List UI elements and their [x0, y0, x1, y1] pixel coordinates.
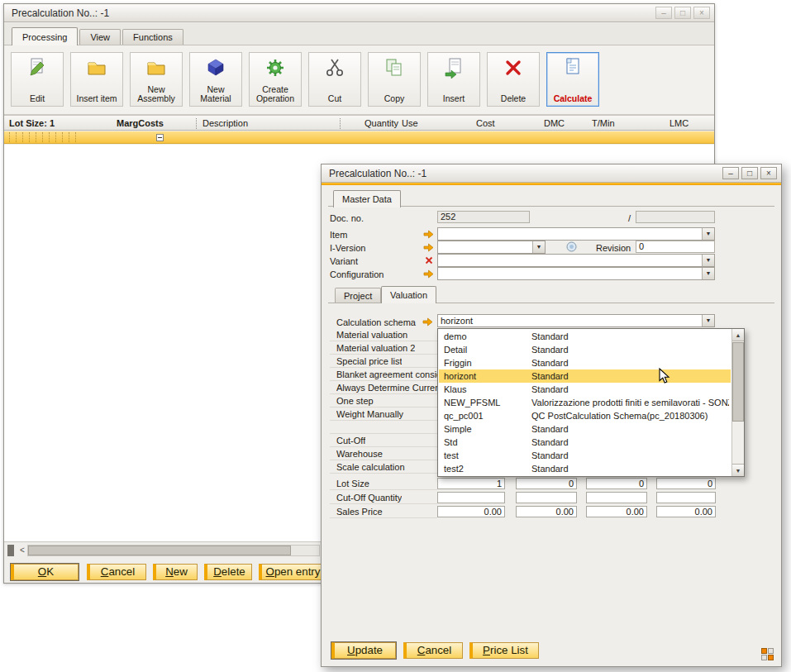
dropdown-item[interactable]: qc_pc001QC PostCalculation Schema(pc_201… [439, 409, 731, 422]
open-entry-button[interactable]: Open entry [259, 564, 325, 580]
link-arrow-icon[interactable] [423, 243, 434, 254]
doc-no-label: Doc. no. [330, 213, 364, 223]
create-operation-button[interactable]: Create Operation [249, 52, 302, 107]
sales-price-field-2[interactable]: 0.00 [516, 506, 577, 517]
folder-icon [86, 56, 107, 79]
new-button[interactable]: New [153, 564, 198, 580]
form-settings-icon[interactable] [761, 648, 774, 660]
dropdown-item-selected[interactable]: horizontStandard [439, 369, 731, 383]
collapse-node-icon[interactable] [156, 134, 164, 141]
delete-entry-button[interactable]: Delete [204, 564, 252, 580]
configuration-combobox[interactable]: ▼ [437, 267, 715, 280]
tab-functions[interactable]: Functions [122, 29, 183, 45]
copy-button[interactable]: Copy [368, 52, 421, 107]
column-dmc: DMC [544, 118, 565, 128]
new-material-label: New Material [191, 85, 241, 103]
dropdown-item[interactable]: KlausStandard [439, 383, 731, 396]
lot-size-header: Lot Size: 1 [9, 118, 55, 128]
splitter-handle[interactable] [7, 545, 14, 556]
dropdown-item[interactable]: testStandard [439, 449, 731, 462]
i-version-combobox[interactable]: ▼ [437, 241, 546, 254]
lot-size-field-4[interactable]: 0 [656, 478, 716, 489]
lot-size-field-1[interactable]: 1 [437, 478, 505, 489]
edit-button[interactable]: Edit [11, 52, 64, 107]
new-assembly-button[interactable]: New Assembly [130, 52, 183, 107]
link-arrow-icon[interactable] [423, 230, 434, 241]
insert-button[interactable]: Insert [427, 52, 480, 107]
selected-grid-row[interactable] [4, 131, 714, 144]
minimize-button[interactable]: – [722, 167, 739, 179]
cutoff-quantity-field-4[interactable] [656, 492, 716, 503]
doc-no-suffix-field[interactable] [636, 211, 715, 223]
minimize-button[interactable]: – [655, 7, 672, 19]
close-button[interactable]: × [760, 167, 777, 179]
calculate-label: Calculate [554, 94, 593, 103]
dropdown-item[interactable]: SimpleStandard [439, 422, 731, 436]
cutoff-quantity-field-2[interactable] [516, 492, 577, 503]
cancel-button[interactable]: Cancel [87, 564, 146, 580]
scrollbar-track[interactable] [27, 545, 320, 556]
doc-no-field[interactable]: 252 [437, 211, 530, 223]
lot-size-field-2[interactable]: 0 [516, 478, 577, 489]
dropdown-item[interactable]: FrigginStandard [439, 356, 731, 369]
cut-button[interactable]: Cut [308, 52, 361, 107]
scrollbar-thumb[interactable] [732, 342, 744, 422]
dropdown-item[interactable]: StdStandard [439, 436, 731, 449]
tab-processing[interactable]: Processing [12, 27, 78, 45]
scrollbar-thumb[interactable] [28, 546, 291, 555]
valuation-row: Warehouse [330, 447, 437, 460]
tab-view[interactable]: View [79, 29, 121, 45]
variant-combobox[interactable]: ▼ [437, 254, 715, 267]
ok-button[interactable]: OK [11, 564, 79, 580]
cutoff-quantity-row: Cut-Off Quantity [330, 491, 437, 504]
dropdown-scrollbar[interactable]: ▲ ▼ [731, 329, 744, 476]
sales-price-field-1[interactable]: 0.00 [437, 506, 505, 517]
chevron-down-icon[interactable]: ▼ [702, 315, 714, 326]
chevron-down-icon[interactable]: ▼ [702, 268, 714, 279]
new-material-button[interactable]: New Material [189, 52, 242, 107]
maximize-button[interactable]: □ [674, 7, 691, 19]
dropdown-item[interactable]: NEW_PFSMLValorizzazione prodotti finiti … [439, 396, 731, 409]
sales-price-field-4[interactable]: 0.00 [656, 506, 716, 517]
insert-label: Insert [443, 94, 465, 103]
window2-titlebar[interactable]: Precalculation No..: -1 – □ × [322, 164, 781, 183]
scroll-down-icon[interactable]: ▼ [732, 464, 744, 476]
chevron-down-icon[interactable]: ▼ [532, 241, 545, 253]
insert-item-button[interactable]: Insert item [70, 52, 123, 107]
chevron-down-icon[interactable]: ▼ [702, 255, 714, 266]
calculation-schema-label: Calculation schema [336, 317, 416, 327]
delete-label: Delete [501, 94, 526, 103]
price-list-button[interactable]: Price List [469, 642, 539, 659]
choose-from-list-icon[interactable] [566, 241, 577, 254]
revision-field[interactable]: 0 [636, 241, 715, 253]
scroll-left-icon[interactable]: < [17, 545, 27, 556]
calculate-button[interactable]: Calculate [546, 52, 599, 107]
window1-titlebar[interactable]: Precalculation No..: -1 – □ × [4, 4, 714, 22]
tab-master-data[interactable]: Master Data [333, 190, 401, 207]
maximize-button[interactable]: □ [741, 167, 758, 179]
delete-button[interactable]: Delete [487, 52, 540, 107]
valuation-row: Weight Manually [330, 407, 437, 421]
tree-grid-line [16, 132, 17, 142]
tab-project[interactable]: Project [335, 288, 381, 303]
scroll-up-icon[interactable]: ▲ [732, 329, 744, 341]
link-arrow-icon[interactable] [423, 269, 434, 280]
cutoff-quantity-field-3[interactable] [586, 492, 647, 503]
dropdown-item[interactable]: test2Standard [439, 462, 731, 475]
link-arrow-icon[interactable] [422, 317, 433, 328]
close-button[interactable]: × [693, 7, 710, 19]
calculation-schema-combobox[interactable]: horizont ▼ [437, 314, 715, 327]
cancel-button[interactable]: Cancel [403, 642, 463, 659]
dropdown-item[interactable]: DetailStandard [439, 343, 731, 356]
window2-controls: – □ × [722, 167, 777, 179]
chevron-down-icon[interactable]: ▼ [702, 228, 714, 240]
tab-valuation[interactable]: Valuation [381, 286, 436, 303]
update-button[interactable]: Update [331, 642, 396, 659]
cutoff-quantity-field-1[interactable] [437, 492, 505, 503]
valuation-row: Material valuation 2 [330, 341, 437, 355]
copy-label: Copy [384, 94, 405, 103]
item-combobox[interactable]: ▼ [437, 227, 715, 241]
lot-size-field-3[interactable]: 0 [586, 478, 647, 489]
sales-price-field-3[interactable]: 0.00 [586, 506, 647, 517]
dropdown-item[interactable]: demoStandard [439, 330, 731, 343]
